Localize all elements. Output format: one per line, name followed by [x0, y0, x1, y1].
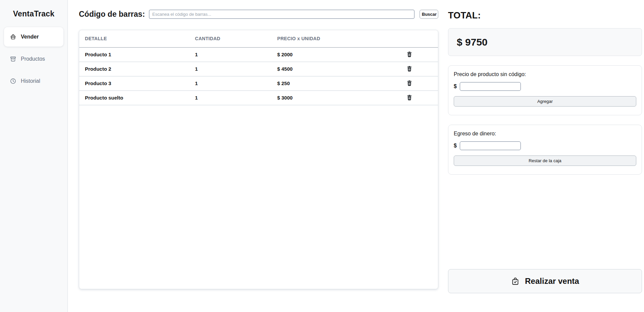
cash-out-label: Egreso de dinero: [454, 131, 636, 137]
table-header-row: DETALLE CANTIDAD PRECIO x UNIDAD [79, 30, 438, 47]
sidebar-item-productos[interactable]: Productos [4, 49, 63, 69]
sidebar-item-label: Historial [21, 78, 40, 84]
cell-detalle: Producto 3 [79, 76, 195, 90]
cell-precio: $ 250 [277, 76, 381, 90]
trash-icon [406, 65, 413, 72]
cash-out-amount-row: $ [454, 141, 636, 150]
search-button[interactable]: Buscar [419, 10, 438, 19]
delete-row-button[interactable] [405, 65, 414, 73]
cell-detalle: Producto suelto [79, 90, 195, 105]
bag-check-icon [511, 277, 520, 286]
delete-row-button[interactable] [405, 93, 414, 102]
barcode-input[interactable] [149, 10, 414, 19]
trash-icon [406, 51, 413, 58]
total-label: TOTAL: [448, 10, 642, 21]
sidebar-item-label: Vender [21, 34, 39, 40]
restar-caja-button[interactable]: Restar de la caja [454, 155, 636, 166]
archive-icon [10, 56, 16, 62]
currency-symbol: $ [454, 143, 457, 149]
realizar-venta-label: Realizar venta [525, 276, 579, 286]
cell-precio: $ 3000 [277, 90, 381, 105]
sidebar-nav: Vender Productos Historial [0, 27, 67, 91]
no-code-price-label: Precio de producto sin código: [454, 71, 636, 77]
cell-cantidad: 1 [195, 90, 277, 105]
clock-icon [10, 78, 16, 84]
cart-table: DETALLE CANTIDAD PRECIO x UNIDAD Product… [79, 30, 438, 105]
basket-icon [10, 34, 16, 40]
column-header-precio: PRECIO x UNIDAD [277, 30, 381, 47]
table-row: Producto suelto 1 $ 3000 [79, 90, 438, 105]
sidebar-item-vender[interactable]: Vender [4, 27, 63, 47]
column-header-detalle: DETALLE [79, 30, 195, 47]
table-row: Producto 2 1 $ 4500 [79, 62, 438, 76]
currency-symbol: $ [454, 83, 457, 89]
cell-detalle: Producto 2 [79, 62, 195, 76]
trash-icon [406, 80, 413, 86]
no-code-price-input[interactable] [460, 82, 521, 91]
checkout-panel: TOTAL: $ 9750 Precio de producto sin cód… [448, 9, 642, 312]
no-code-price-card: Precio de producto sin código: $ Agregar [448, 65, 642, 115]
cell-cantidad: 1 [195, 76, 277, 90]
realizar-venta-button[interactable]: Realizar venta [448, 269, 642, 293]
total-value: $ 9750 [457, 37, 488, 48]
table-row: Producto 1 1 $ 2000 [79, 47, 438, 62]
cash-out-input[interactable] [460, 141, 521, 150]
delete-row-button[interactable] [405, 50, 414, 58]
app-title: VentaTrack [0, 9, 67, 18]
sidebar-item-historial[interactable]: Historial [4, 71, 63, 91]
sidebar-item-label: Productos [21, 56, 45, 62]
total-card: $ 9750 [448, 28, 642, 56]
table-row: Producto 3 1 $ 250 [79, 76, 438, 90]
cell-cantidad: 1 [195, 62, 277, 76]
trash-icon [406, 94, 413, 101]
sale-section: Código de barras: Buscar DETALLE CANTIDA… [79, 9, 438, 312]
barcode-label: Código de barras: [79, 10, 145, 19]
cell-detalle: Producto 1 [79, 47, 195, 62]
column-header-cantidad: CANTIDAD [195, 30, 277, 47]
cell-precio: $ 2000 [277, 47, 381, 62]
agregar-button[interactable]: Agregar [454, 96, 636, 107]
cell-cantidad: 1 [195, 47, 277, 62]
sidebar: VentaTrack Vender Productos [0, 0, 68, 312]
no-code-amount-row: $ [454, 82, 636, 91]
cell-precio: $ 4500 [277, 62, 381, 76]
cart-table-card: DETALLE CANTIDAD PRECIO x UNIDAD Product… [79, 30, 438, 289]
delete-row-button[interactable] [405, 79, 414, 87]
barcode-row: Código de barras: Buscar [79, 9, 438, 19]
cash-out-card: Egreso de dinero: $ Restar de la caja [448, 125, 642, 175]
column-header-actions [381, 30, 438, 47]
main-content: Código de barras: Buscar DETALLE CANTIDA… [68, 0, 644, 312]
